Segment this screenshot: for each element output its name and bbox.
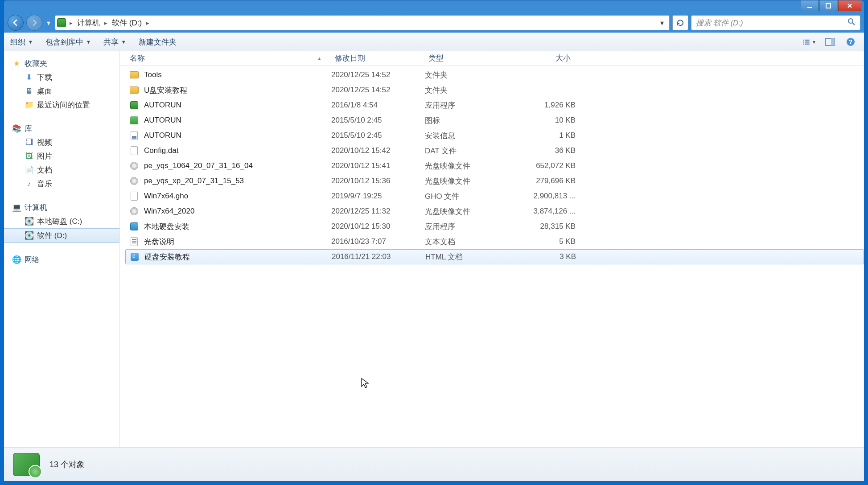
sidebar-label: 图片 xyxy=(37,151,52,161)
help-button[interactable]: ? xyxy=(843,36,858,48)
drive-status-icon xyxy=(13,453,40,476)
sidebar-label: 网络 xyxy=(25,255,40,265)
nav-history-dropdown[interactable]: ▾ xyxy=(45,15,52,31)
sidebar-desktop[interactable]: 🖥桌面 xyxy=(4,84,119,98)
sidebar-libraries[interactable]: 📚库 xyxy=(4,122,119,136)
sidebar: ★收藏夹 ⬇下载 🖥桌面 📁最近访问的位置 📚库 🎞视频 🖼图片 📄文档 ♪音乐… xyxy=(4,51,120,447)
file-row[interactable]: AUTORUN2015/5/10 2:45安装信息1 KB xyxy=(125,128,864,143)
refresh-button[interactable] xyxy=(672,15,688,30)
status-count: 13 个对象 xyxy=(49,459,85,470)
svg-text:?: ? xyxy=(849,38,853,45)
sidebar-downloads[interactable]: ⬇下载 xyxy=(4,70,119,84)
file-type: 图标 xyxy=(425,115,518,126)
file-size: 279,696 KB xyxy=(518,177,576,185)
file-type-icon xyxy=(129,85,140,95)
sidebar-pictures[interactable]: 🖼图片 xyxy=(4,149,119,163)
library-icon: 📚 xyxy=(12,124,21,133)
file-row[interactable]: 本地硬盘安装2020/10/12 15:30应用程序28,315 KB xyxy=(125,219,864,234)
file-name: Win7x64.gho xyxy=(144,192,331,201)
col-name[interactable]: 名称▲ xyxy=(125,51,330,65)
file-date: 2016/1/8 4:54 xyxy=(331,101,425,110)
file-type-icon xyxy=(129,236,140,247)
file-type-icon xyxy=(129,160,140,171)
sidebar-favorites[interactable]: ★收藏夹 xyxy=(4,57,119,70)
file-row[interactable]: 硬盘安装教程2016/11/21 22:03HTML 文档3 KB xyxy=(125,249,864,264)
star-icon: ★ xyxy=(12,59,21,68)
file-list[interactable]: Tools2020/12/25 14:52文件夹U盘安装教程2020/12/25… xyxy=(120,66,864,447)
file-date: 2019/9/7 19:25 xyxy=(331,192,425,201)
maximize-button[interactable] xyxy=(819,0,837,11)
address-dropdown[interactable]: ▾ xyxy=(656,16,667,30)
sidebar-documents[interactable]: 📄文档 xyxy=(4,163,119,177)
col-date[interactable]: 修改日期 xyxy=(330,51,424,65)
organize-menu[interactable]: 组织▼ xyxy=(10,37,33,47)
file-size: 2,900,813 ... xyxy=(518,192,576,201)
breadcrumb-drive[interactable]: 软件 (D:) xyxy=(109,16,144,29)
svg-rect-0 xyxy=(807,7,812,8)
file-name: Win7x64_2020 xyxy=(144,207,331,216)
svg-rect-10 xyxy=(831,38,835,45)
desktop-icon: 🖥 xyxy=(25,87,33,96)
file-row[interactable]: AUTORUN2015/5/10 2:45图标10 KB xyxy=(125,113,864,128)
chevron-right-icon[interactable]: ▸ xyxy=(144,20,151,26)
file-row[interactable]: AUTORUN2016/1/8 4:54应用程序1,926 KB xyxy=(125,98,864,113)
music-icon: ♪ xyxy=(25,180,33,189)
sidebar-computer[interactable]: 💻计算机 xyxy=(4,201,119,214)
forward-button[interactable] xyxy=(26,15,42,31)
preview-pane-button[interactable] xyxy=(823,36,837,48)
file-size: 3,874,126 ... xyxy=(518,207,576,216)
file-row[interactable]: Win7x64.gho2019/9/7 19:25GHO 文件2,900,813… xyxy=(125,189,864,204)
file-size: 3 KB xyxy=(519,252,576,261)
sidebar-music[interactable]: ♪音乐 xyxy=(4,177,119,191)
svg-rect-3 xyxy=(803,40,804,41)
sidebar-network[interactable]: 🌐网络 xyxy=(4,253,119,267)
file-row[interactable]: Win7x64_20202020/12/25 11:32光盘映像文件3,874,… xyxy=(125,204,864,219)
file-type: 光盘映像文件 xyxy=(425,206,518,217)
search-input[interactable]: 搜索 软件 (D:) xyxy=(691,15,860,30)
chevron-right-icon[interactable]: ▸ xyxy=(68,20,74,26)
col-type[interactable]: 类型 xyxy=(424,51,518,65)
drive-icon xyxy=(57,18,66,27)
share-menu[interactable]: 共享▼ xyxy=(103,37,126,47)
file-name: AUTORUN xyxy=(144,131,331,140)
file-row[interactable]: Config.dat2020/10/12 15:42DAT 文件36 KB xyxy=(125,143,864,158)
breadcrumb-computer[interactable]: 计算机 xyxy=(74,16,103,29)
file-name: U盘安装教程 xyxy=(144,85,331,95)
view-mode-button[interactable]: ▼ xyxy=(802,36,817,48)
file-type: 文件夹 xyxy=(425,70,518,80)
search-icon xyxy=(847,18,856,28)
new-folder-button[interactable]: 新建文件夹 xyxy=(139,37,177,47)
include-library-menu[interactable]: 包含到库中▼ xyxy=(45,37,91,47)
file-row[interactable]: U盘安装教程2020/12/25 14:52文件夹 xyxy=(125,82,864,98)
file-size: 1,926 KB xyxy=(518,101,576,110)
file-row[interactable]: pe_yqs_xp_20_07_31_15_532020/10/12 15:36… xyxy=(125,173,864,189)
file-row[interactable]: pe_yqs_1064_20_07_31_16_042020/10/12 15:… xyxy=(125,158,864,173)
file-type: 应用程序 xyxy=(425,100,518,111)
file-row[interactable]: Tools2020/12/25 14:52文件夹 xyxy=(125,67,864,82)
file-type-icon xyxy=(129,206,140,217)
sidebar-label: 音乐 xyxy=(37,179,52,189)
file-type-icon xyxy=(129,191,140,201)
video-icon: 🎞 xyxy=(25,138,33,147)
back-button[interactable] xyxy=(8,15,24,31)
file-type: 应用程序 xyxy=(425,222,518,232)
chevron-right-icon[interactable]: ▸ xyxy=(103,20,109,26)
toolbar: 组织▼ 包含到库中▼ 共享▼ 新建文件夹 ▼ ? xyxy=(4,33,864,51)
address-bar[interactable]: ▸ 计算机 ▸ 软件 (D:) ▸ ▾ xyxy=(55,15,670,30)
sidebar-drive-c[interactable]: 💽本地磁盘 (C:) xyxy=(4,214,119,228)
explorer-window: ▾ ▸ 计算机 ▸ 软件 (D:) ▸ ▾ 搜索 软件 (D:) 组织▼ 包含到… xyxy=(4,0,864,481)
sidebar-videos[interactable]: 🎞视频 xyxy=(4,136,119,149)
file-type-icon xyxy=(129,100,140,111)
file-name: AUTORUN xyxy=(144,116,331,125)
file-row[interactable]: 光盘说明2016/10/23 7:07文本文档5 KB xyxy=(125,234,864,249)
file-size: 10 KB xyxy=(518,116,576,125)
sidebar-recent[interactable]: 📁最近访问的位置 xyxy=(4,98,119,112)
svg-rect-1 xyxy=(826,4,831,8)
close-button[interactable] xyxy=(838,0,861,11)
col-size[interactable]: 大小 xyxy=(518,51,576,65)
file-area: 名称▲ 修改日期 类型 大小 Tools2020/12/25 14:52文件夹U… xyxy=(120,51,864,447)
minimize-button[interactable] xyxy=(801,0,819,11)
sidebar-drive-d[interactable]: 💽软件 (D:) xyxy=(4,228,119,243)
sidebar-label: 本地磁盘 (C:) xyxy=(37,216,82,226)
file-size: 1 KB xyxy=(518,131,576,140)
